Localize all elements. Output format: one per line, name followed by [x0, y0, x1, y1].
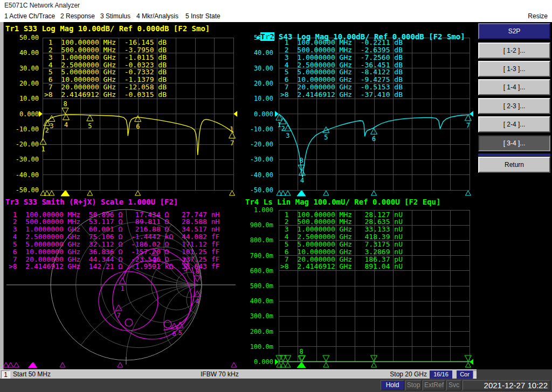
instrument-status-bar: Hold Stop ExtRef Svc 2021-12-27 10:22: [0, 379, 552, 392]
menu-mkr-analysis[interactable]: 4 Mkr/Analysis: [136, 11, 178, 22]
svc-indicator: Svc: [446, 380, 461, 390]
left-gutter: [0, 22, 4, 369]
display-area: [0, 22, 552, 369]
menu-active-ch-trace[interactable]: 1 Active Ch/Trace: [4, 11, 55, 22]
clock: 2021-12-27 10:22: [463, 380, 550, 390]
menu-response[interactable]: 2 Response: [60, 11, 95, 22]
hold-indicator: Hold: [381, 380, 404, 390]
channel-number-box: 1: [1, 370, 10, 379]
correction-badge: Cor: [457, 370, 473, 379]
softkey-1-4[interactable]: [ 1-4 ]...: [478, 79, 550, 95]
status-bar: 1 Start 50 MHz IFBW 70 kHz Stop 20 GHz 1…: [0, 369, 477, 379]
stop-indicator: Stop: [405, 380, 422, 390]
softkey-s2p[interactable]: S2P: [478, 23, 550, 39]
ifbw-label: IFBW 70 kHz: [201, 370, 239, 379]
status-bar-filler: [477, 369, 552, 379]
window-title: E5071C Network Analyzer: [0, 0, 552, 11]
softkey-3-4[interactable]: [ 3-4 ]...: [478, 135, 550, 151]
sweep-start-label: Start 50 MHz: [13, 370, 51, 379]
softkey-return[interactable]: Return: [478, 157, 550, 173]
menu-stimulus[interactable]: 3 Stimulus: [100, 11, 130, 22]
softkey-1-2[interactable]: [ 1-2 ]...: [478, 43, 550, 59]
menu-resize[interactable]: Resize: [528, 11, 548, 22]
menu-instr-state[interactable]: 5 Instr State: [185, 11, 220, 22]
softkey-2-4[interactable]: [ 2-4 ]...: [478, 116, 550, 132]
softkey-2-3[interactable]: [ 2-3 ]...: [478, 98, 550, 114]
sweep-count-badge: 16/16: [430, 370, 452, 379]
softkey-sidebar: S2P[ 1-2 ]...[ 1-3 ]...[ 1-4 ]...[ 2-3 ]…: [477, 22, 552, 369]
sweep-stop-label: Stop 20 GHz: [377, 370, 427, 379]
softkey-separator: [478, 153, 550, 156]
softkey-1-3[interactable]: [ 1-3 ]...: [478, 61, 550, 77]
menu-bar: 1 Active Ch/Trace 2 Response 3 Stimulus …: [0, 11, 552, 22]
extref-indicator: ExtRef: [423, 380, 445, 390]
